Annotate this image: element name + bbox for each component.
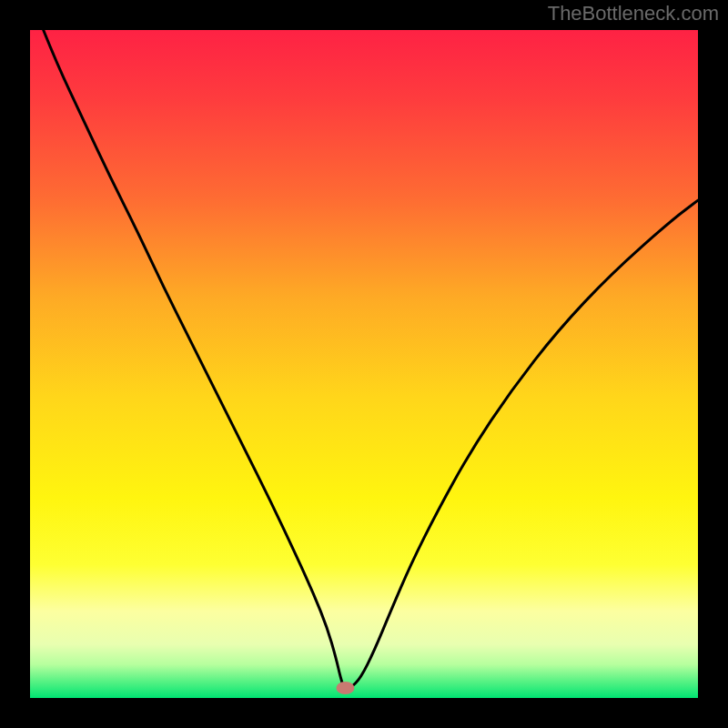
bottleneck-marker	[336, 682, 354, 694]
watermark-text: TheBottleneck.com	[548, 2, 719, 25]
chart-plot-area	[30, 30, 698, 698]
bottleneck-chart	[0, 0, 728, 728]
